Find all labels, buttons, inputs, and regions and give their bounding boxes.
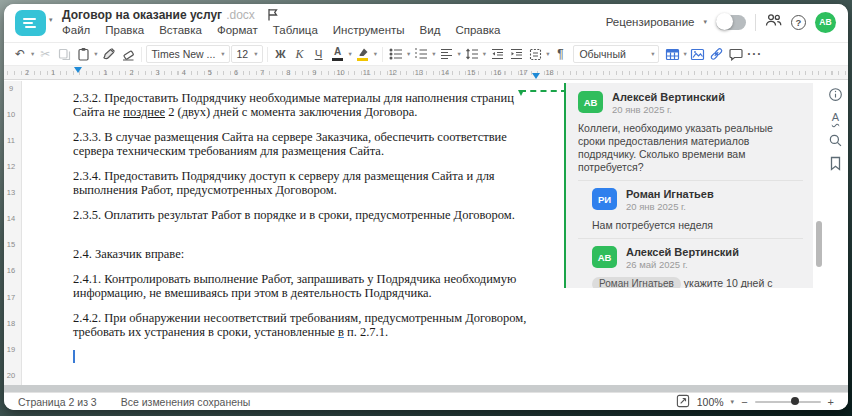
ruler-number: 1 xyxy=(92,66,118,80)
menu-item[interactable]: Формат xyxy=(217,24,258,36)
decrease-indent-button[interactable] xyxy=(488,44,506,64)
undo-button[interactable]: ↶ xyxy=(11,44,29,64)
toggle-knob xyxy=(716,13,733,30)
logo-menu-caret-icon[interactable]: ▾ xyxy=(49,16,53,24)
copy-button[interactable] xyxy=(55,44,73,64)
align-caret-icon[interactable]: ▾ xyxy=(457,50,462,58)
paragraph-2-3-2[interactable]: 2.3.2. Предоставить Подрядчику необходим… xyxy=(73,91,529,119)
menu-item[interactable]: Правка xyxy=(105,24,144,36)
menu-item[interactable]: Вид xyxy=(420,24,441,36)
increase-indent-button[interactable] xyxy=(507,44,525,64)
borders-caret-icon[interactable]: ▾ xyxy=(545,50,550,58)
paste-button[interactable] xyxy=(74,44,92,64)
paragraph-2-3-3[interactable]: 2.3.3. В случае размещения Сайта на серв… xyxy=(73,130,529,158)
commented-text[interactable]: позднее xyxy=(123,105,165,119)
insert-table-button[interactable] xyxy=(663,44,681,64)
favorite-flag-icon[interactable] xyxy=(267,8,278,21)
menu-item[interactable]: Таблица xyxy=(273,24,318,36)
line-spacing-caret-icon[interactable]: ▾ xyxy=(482,50,487,58)
cut-button[interactable]: ✂ xyxy=(36,44,54,64)
paragraph-2-3-5[interactable]: 2.3.5. Оплатить результат Работ в порядк… xyxy=(73,208,529,222)
menu-item[interactable]: Инструменты xyxy=(333,24,405,36)
paragraph-text: п. 2.7.1. xyxy=(344,325,388,339)
status-bar: Страница 2 из 3 Все изменения сохранены … xyxy=(4,392,848,410)
italic-button[interactable]: К xyxy=(291,44,309,64)
ruler-number: 15 xyxy=(5,232,17,258)
user-avatar[interactable]: АВ xyxy=(815,12,836,33)
paste-caret-icon[interactable]: ▾ xyxy=(93,50,98,58)
reply-header: АВ Алексей Вертинский 26 май 2025 г. xyxy=(592,246,803,271)
paragraph-2-4-2[interactable]: 2.4.2. При обнаружении несоответствий тр… xyxy=(73,311,529,339)
zoom-caret-icon[interactable]: ▾ xyxy=(731,398,735,406)
menu-item[interactable]: Файл xyxy=(62,24,90,36)
vertical-scrollbar[interactable] xyxy=(816,221,822,267)
insert-link-button[interactable] xyxy=(708,44,726,64)
zoom-slider-knob[interactable] xyxy=(791,397,799,405)
ruler-number: 2 xyxy=(14,66,40,80)
ruler-number: 3 xyxy=(145,66,171,80)
comment-avatar: АВ xyxy=(578,91,603,113)
document-page[interactable]: 2.3.2. Предоставить Подрядчику необходим… xyxy=(23,81,564,385)
reply-text: Роман Игнатьев укажите 10 дней с запасом xyxy=(592,277,803,288)
review-caret-icon[interactable]: ▾ xyxy=(703,18,707,26)
clear-style-button[interactable] xyxy=(119,44,137,64)
ruler-number: 20 xyxy=(5,362,17,385)
ruler-number: 13 xyxy=(406,66,432,80)
help-icon[interactable]: ? xyxy=(791,15,806,30)
zoom-slider[interactable] xyxy=(755,401,821,403)
paragraph-2-4[interactable]: 2.4. Заказчик вправе: xyxy=(73,247,529,261)
menu-item[interactable]: Вставка xyxy=(159,24,202,36)
paragraph-2-3-4[interactable]: 2.3.4. Предоставить Подрядчику доступ к … xyxy=(73,169,529,197)
bookmark-icon[interactable] xyxy=(828,155,844,171)
horizontal-ruler[interactable]: 2 1 1 2 3 4 5 6 7 8 9 xyxy=(4,66,848,80)
highlight-color-button[interactable] xyxy=(354,44,372,64)
divider xyxy=(578,238,803,239)
horizontal-scrollbar-track[interactable] xyxy=(4,385,848,392)
bullet-list-caret-icon[interactable]: ▾ xyxy=(406,50,411,58)
menu-item[interactable]: Справка xyxy=(455,24,500,36)
fit-page-icon[interactable] xyxy=(676,394,690,410)
format-painter-button[interactable] xyxy=(100,44,118,64)
info-icon[interactable] xyxy=(828,86,844,102)
undo-caret-icon[interactable]: ▾ xyxy=(30,50,35,58)
numbered-list-caret-icon[interactable]: ▾ xyxy=(431,50,436,58)
paragraph-style-combo[interactable]: Обычный ▾ xyxy=(573,45,659,63)
ruler-number: 10 xyxy=(328,66,354,80)
bullet-list-button[interactable] xyxy=(387,44,405,64)
search-icon[interactable] xyxy=(828,132,844,148)
comment-thread-card[interactable]: АВ Алексей Вертинский 20 янв 2025 г. Кол… xyxy=(564,83,813,288)
zoom-in-button[interactable]: + xyxy=(828,396,834,408)
table-caret-icon[interactable]: ▾ xyxy=(682,50,687,58)
numbered-list-button[interactable] xyxy=(412,44,430,64)
comment-button[interactable] xyxy=(727,44,745,64)
more-tools-button[interactable]: ··· xyxy=(746,44,764,64)
review-toggle[interactable] xyxy=(716,15,746,30)
page-indicator[interactable]: Страница 2 из 3 xyxy=(18,396,97,408)
line-spacing-button[interactable] xyxy=(463,44,481,64)
font-size-combo[interactable]: 12 ▾ xyxy=(231,45,263,63)
ruler-number: 14 xyxy=(5,206,17,232)
zoom-level[interactable]: 100% xyxy=(697,396,724,408)
nonprinting-chars-button[interactable]: ¶ xyxy=(551,44,569,64)
document-title: Договор на оказание услуг xyxy=(62,8,222,22)
font-name-combo[interactable]: Times New ... ▾ xyxy=(146,45,230,63)
align-button[interactable] xyxy=(438,44,456,64)
bold-button[interactable]: Ж xyxy=(272,44,290,64)
app-logo-icon[interactable] xyxy=(15,10,46,36)
collaboration-users-icon[interactable] xyxy=(765,13,782,31)
indent-marker-left[interactable] xyxy=(74,67,82,73)
ruler-number: 12 xyxy=(380,66,406,80)
spellcheck-icon[interactable]: А xyxy=(828,109,844,125)
zoom-out-button[interactable]: − xyxy=(741,396,747,408)
review-mode-label[interactable]: Рецензирование xyxy=(606,16,695,28)
underline-button[interactable]: Ч xyxy=(310,44,328,64)
vertical-ruler[interactable]: 9 10 11 12 13 14 15 16 17 18 xyxy=(4,81,22,385)
highlight-caret-icon[interactable]: ▾ xyxy=(373,50,378,58)
ruler-number: 16 xyxy=(484,66,510,80)
indent-marker-right[interactable] xyxy=(532,73,540,79)
font-color-caret-icon[interactable]: ▾ xyxy=(348,50,353,58)
insert-image-button[interactable] xyxy=(689,44,707,64)
paragraph-2-4-1[interactable]: 2.4.1. Контролировать выполнение Работ, … xyxy=(73,272,529,300)
paragraph-borders-button[interactable] xyxy=(526,44,544,64)
font-color-button[interactable]: А xyxy=(329,44,347,64)
